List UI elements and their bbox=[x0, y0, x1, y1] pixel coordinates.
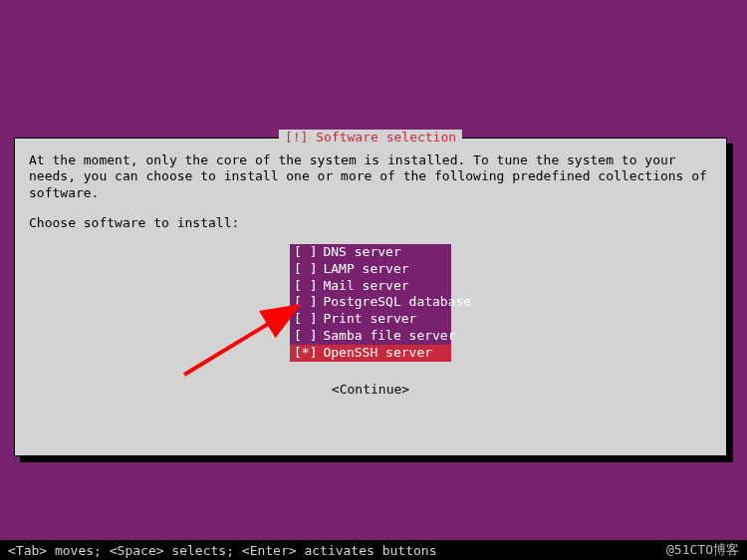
option-label: PostgreSQL database bbox=[323, 294, 471, 311]
option-mail-server[interactable]: [ ] Mail server bbox=[290, 278, 451, 295]
option-label: Mail server bbox=[323, 278, 408, 295]
option-print-server[interactable]: [ ] Print server bbox=[290, 311, 451, 328]
footer-bar: <Tab> moves; <Space> selects; <Enter> ac… bbox=[0, 540, 747, 560]
option-label: Print server bbox=[323, 311, 416, 328]
checkbox-bracket: [ ] bbox=[294, 328, 317, 345]
dialog-title: [!] Software selection bbox=[279, 130, 462, 144]
option-dns-server[interactable]: [ ] DNS server bbox=[290, 244, 451, 261]
dialog-body: At the moment, only the core of the syst… bbox=[15, 139, 726, 397]
option-postgresql-database[interactable]: [ ] PostgreSQL database bbox=[290, 294, 451, 311]
checkbox-bracket: [ ] bbox=[294, 311, 317, 328]
option-label: LAMP server bbox=[323, 261, 408, 278]
option-label: DNS server bbox=[323, 244, 400, 261]
watermark: @51CTO博客 bbox=[666, 541, 739, 559]
continue-wrap: <Continue> bbox=[29, 382, 712, 397]
software-options-list: [ ] DNS server [ ] LAMP server [ ] Mail … bbox=[290, 244, 451, 362]
dialog-container: [!] Software selection At the moment, on… bbox=[14, 138, 731, 461]
dialog-prompt: Choose software to install: bbox=[29, 215, 712, 230]
checkbox-bracket: [ ] bbox=[294, 244, 317, 261]
checkbox-bracket: [ ] bbox=[294, 261, 317, 278]
checkbox-bracket: [*] bbox=[294, 345, 317, 362]
option-openssh-server[interactable]: [*] OpenSSH server bbox=[290, 345, 451, 362]
option-label: OpenSSH server bbox=[323, 345, 432, 362]
checkbox-bracket: [ ] bbox=[294, 278, 317, 295]
option-samba-file-server[interactable]: [ ] Samba file server bbox=[290, 328, 451, 345]
checkbox-bracket: [ ] bbox=[294, 294, 317, 311]
dialog-description: At the moment, only the core of the syst… bbox=[29, 152, 712, 201]
software-selection-dialog: [!] Software selection At the moment, on… bbox=[14, 138, 727, 456]
footer-hint: <Tab> moves; <Space> selects; <Enter> ac… bbox=[8, 543, 436, 558]
option-lamp-server[interactable]: [ ] LAMP server bbox=[290, 261, 451, 278]
option-label: Samba file server bbox=[323, 328, 455, 345]
continue-button[interactable]: <Continue> bbox=[332, 382, 409, 397]
